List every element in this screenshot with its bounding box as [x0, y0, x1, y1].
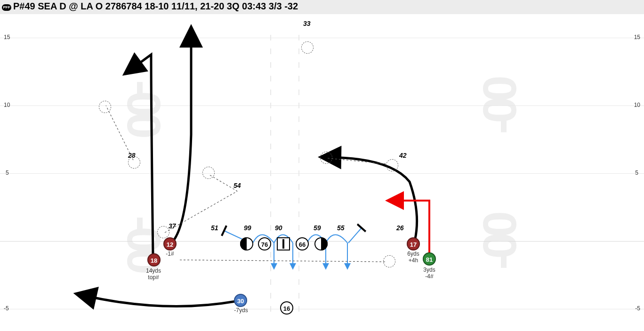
field-number-left-upper: -00 [117, 80, 171, 134]
defender-gap[interactable] [383, 255, 395, 267]
hash-mark [270, 103, 271, 108]
hash-mark [270, 293, 271, 299]
def-track-42 [328, 158, 386, 164]
yardline-10 [0, 105, 644, 106]
player-rt[interactable] [314, 237, 328, 250]
hash-mark [270, 306, 271, 312]
hash-mark [298, 211, 299, 217]
hash-mark [298, 306, 299, 312]
hash-mark [298, 130, 299, 136]
hash-mark [298, 198, 299, 203]
player-lt[interactable] [240, 237, 253, 250]
yard-label-lm5: -5 [4, 305, 9, 312]
defender-37[interactable] [157, 226, 169, 238]
player-18[interactable]: 18 [147, 253, 161, 266]
routes-layer [0, 12, 644, 331]
defender-42-start[interactable] [386, 159, 398, 171]
player-81-sub2: -4# [418, 273, 441, 280]
yard-label-rm5: -5 [635, 305, 640, 312]
route-30 [85, 296, 235, 307]
hash-mark [298, 62, 299, 68]
label-99: 99 [244, 224, 251, 232]
hash-mark [298, 170, 299, 176]
hash-mark [298, 266, 299, 271]
player-18-sub1: 14yds [142, 267, 165, 274]
player-16[interactable]: 16 [280, 301, 293, 315]
hash-mark [270, 198, 271, 203]
hash-mark [270, 62, 271, 68]
field-number-right-upper: -00 [473, 80, 527, 134]
player-12[interactable]: 12 [163, 237, 177, 250]
yard-label-l10: 10 [4, 102, 10, 108]
hash-mark [270, 279, 271, 285]
hash-mark [298, 293, 299, 299]
label-90: 90 [275, 224, 282, 232]
yardline-5 [0, 173, 644, 174]
hash-mark [270, 184, 271, 190]
hash-mark [298, 116, 299, 122]
hash-mark [298, 144, 299, 149]
hash-mark [270, 225, 271, 231]
hash-mark [298, 157, 299, 163]
hash-mark [298, 48, 299, 54]
hash-mark [270, 48, 271, 54]
hash-mark [298, 225, 299, 231]
player-30-sub1: -7yds [231, 307, 251, 314]
yard-label-r15: 15 [634, 34, 640, 40]
defender-42-end[interactable] [320, 152, 332, 164]
hash-mark [270, 130, 271, 136]
label-54: 54 [233, 182, 241, 189]
yard-label-r5: 5 [635, 170, 638, 176]
hash-mark [270, 252, 271, 258]
field-number-left-lower: -00 [117, 216, 171, 270]
defender-54-end[interactable] [202, 167, 215, 179]
hash-mark [298, 35, 299, 40]
def-track-gap [180, 260, 386, 262]
football-field: -00 -00 -00 -00 15 15 10 10 5 5 -5 -5 [0, 12, 644, 331]
yard-label-l15: 15 [4, 34, 10, 40]
hash-mark [270, 76, 271, 81]
label-42: 42 [399, 152, 407, 159]
yard-label-r10: 10 [634, 102, 640, 108]
yardline-15 [0, 38, 644, 38]
player-81[interactable]: 81 [423, 252, 436, 266]
player-17-sub1: 6yds [404, 250, 423, 257]
hash-mark [298, 103, 299, 108]
hash-mark [270, 144, 271, 149]
player-17[interactable]: 17 [407, 237, 420, 250]
player-30[interactable]: 30 [234, 294, 247, 307]
player-66[interactable]: 66 [296, 237, 309, 250]
hash-mark [298, 184, 299, 190]
label-59: 59 [314, 224, 321, 232]
player-center[interactable] [277, 237, 290, 250]
pff-logo-icon: PFF [2, 4, 11, 11]
defender-33[interactable] [301, 41, 314, 54]
label-33: 33 [303, 20, 311, 27]
label-51: 51 [211, 224, 218, 232]
hash-mark [270, 266, 271, 271]
field-number-right-lower: -00 [473, 216, 527, 270]
yard-label-l5: 5 [6, 170, 9, 176]
label-37: 37 [169, 222, 176, 230]
yardline-m5 [0, 309, 644, 309]
player-17-sub2: +4h [404, 257, 423, 264]
hash-mark [270, 211, 271, 217]
hash-mark [270, 116, 271, 122]
hash-mark [270, 157, 271, 163]
hash-mark [270, 89, 271, 95]
hash-mark [270, 35, 271, 40]
hash-mark [298, 89, 299, 95]
player-18-sub2: top# [142, 274, 165, 281]
player-76[interactable]: 76 [258, 237, 271, 250]
defender-28-end[interactable] [99, 101, 111, 113]
route-12 [172, 36, 191, 242]
hash-mark [298, 76, 299, 81]
defender-28-start[interactable] [128, 156, 140, 169]
label-26: 26 [396, 224, 404, 232]
player-81-sub1: 3yds [418, 266, 441, 273]
label-55: 55 [337, 224, 345, 232]
play-title: P#49 SEA D @ LA O 2786784 18-10 11/11, 2… [13, 1, 298, 11]
player-12-sub1: -1# [163, 250, 177, 257]
hash-mark [298, 252, 299, 258]
hash-mark [270, 170, 271, 176]
